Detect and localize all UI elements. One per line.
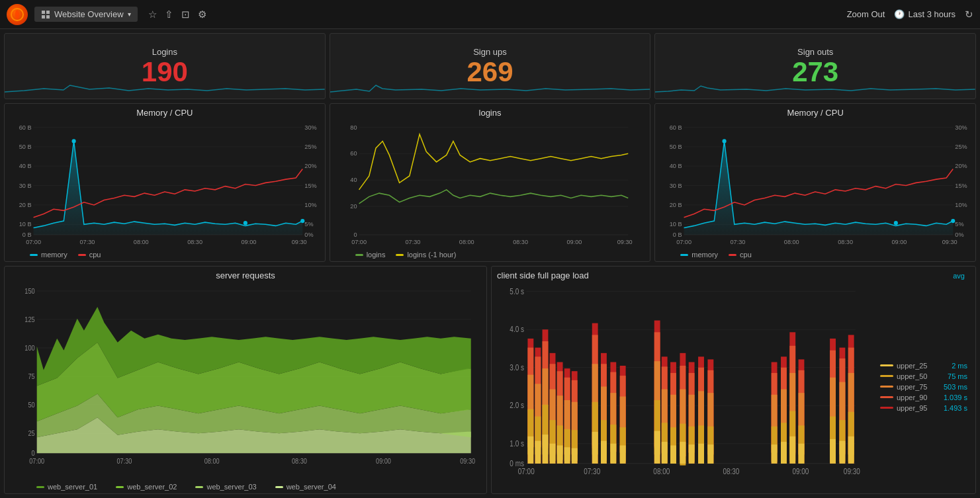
- memory-cpu-left-legend: memory cpu: [10, 249, 320, 259]
- server-requests-panel: server requests 150 125 100 75 50 25: [4, 266, 487, 494]
- u25-value: 2 ms: [952, 362, 967, 370]
- svg-text:20: 20: [350, 203, 357, 210]
- logins-title: Logins: [152, 47, 177, 57]
- refresh-icon[interactable]: ↻: [965, 9, 973, 21]
- chart-row2: Memory / CPU 60 B 50 B 40 B 30 B 20: [4, 103, 976, 262]
- ws04-dot: [275, 486, 283, 488]
- svg-text:40 B: 40 B: [670, 163, 682, 169]
- legend-ws03: web_server_03: [195, 483, 256, 491]
- svg-text:09:30: 09:30: [292, 239, 307, 245]
- memory-r-label: memory: [691, 251, 718, 259]
- client-legend: upper_25 2 ms upper_50 75 ms: [877, 282, 970, 491]
- ws03-label: web_server_03: [206, 483, 256, 491]
- cpu-legend-label: cpu: [89, 251, 101, 259]
- client-chart-area: 5.0 s 4.0 s 3.0 s 2.0 s 1.0 s 0 ms 07:00…: [497, 282, 877, 491]
- star-icon[interactable]: ☆: [148, 9, 157, 21]
- server-requests-chart: 150 125 100 75 50 25 0 07:00 07:30 08:00…: [10, 283, 481, 481]
- u95-value: 1.493 s: [944, 404, 967, 412]
- svg-rect-2: [46, 11, 50, 14]
- svg-text:0 B: 0 B: [22, 231, 32, 238]
- zoom-out-button[interactable]: Zoom Out: [847, 9, 885, 19]
- svg-rect-238: [840, 441, 846, 464]
- topbar: Website Overview ▾ ☆ ⇧ ⊡ ⚙ Zoom Out 🕐 La…: [0, 0, 980, 29]
- memory-cpu-right-legend: memory cpu: [660, 249, 970, 259]
- logins-chart-title: logins: [335, 108, 645, 118]
- topbar-icons: ☆ ⇧ ⊡ ⚙: [148, 9, 206, 21]
- u50-value: 75 ms: [948, 372, 967, 380]
- svg-rect-138: [550, 444, 556, 464]
- svg-rect-153: [572, 448, 578, 464]
- svg-rect-1: [42, 11, 45, 14]
- legend-upper75: upper_75 503 ms: [880, 383, 967, 391]
- svg-text:30 B: 30 B: [19, 183, 32, 189]
- memory-legend-dot: [30, 254, 38, 256]
- svg-text:09:30: 09:30: [617, 239, 632, 245]
- svg-text:50 B: 50 B: [19, 144, 32, 150]
- svg-text:07:30: 07:30: [116, 457, 132, 465]
- svg-text:0%: 0%: [956, 231, 964, 238]
- svg-rect-123: [527, 436, 533, 464]
- svg-text:09:00: 09:00: [241, 239, 256, 245]
- svg-rect-228: [799, 444, 805, 464]
- signups-value: 269: [467, 58, 513, 86]
- signouts-card: Sign outs 273: [654, 33, 976, 99]
- topbar-right: Zoom Out 🕐 Last 3 hours ↻: [847, 9, 973, 21]
- svg-text:20 B: 20 B: [19, 202, 32, 208]
- u25-dot: [880, 364, 893, 366]
- u95-dot: [880, 407, 893, 409]
- logins-card: Logins 190: [4, 33, 326, 99]
- share-icon[interactable]: ⇧: [165, 9, 173, 21]
- svg-text:07:30: 07:30: [405, 239, 420, 245]
- logins-chart-area: 80 60 40 20 0 07:00 07:30 08:00 08:30 09…: [335, 120, 645, 249]
- svg-text:07:30: 07:30: [584, 467, 600, 476]
- memory-cpu-right-panel: Memory / CPU 60 B 50 B 40 B 30 B 20 B 10…: [654, 103, 976, 262]
- svg-text:3.0 s: 3.0 s: [510, 363, 524, 372]
- legend-memory-r: memory: [680, 251, 718, 259]
- svg-rect-183: [662, 442, 668, 464]
- svg-rect-148: [564, 447, 570, 464]
- svg-text:100: 100: [24, 344, 35, 352]
- svg-text:0 B: 0 B: [673, 231, 682, 238]
- u50-dot: [880, 375, 893, 377]
- svg-text:60 B: 60 B: [670, 124, 682, 131]
- svg-text:09:00: 09:00: [566, 239, 582, 245]
- svg-text:20 B: 20 B: [670, 202, 682, 208]
- chevron-down-icon: ▾: [128, 11, 131, 18]
- memory-r-dot: [680, 254, 688, 256]
- logins-chart-panel: logins 80 60 40 20 0 07:00 07:30 08:00: [330, 103, 651, 262]
- u90-value: 1.039 s: [944, 394, 967, 401]
- svg-point-33: [244, 221, 247, 225]
- svg-point-78: [723, 139, 727, 143]
- svg-rect-198: [689, 444, 695, 464]
- svg-rect-203: [698, 444, 704, 464]
- svg-text:1.0 s: 1.0 s: [510, 439, 524, 448]
- ws01-dot: [36, 486, 44, 488]
- svg-text:80: 80: [350, 124, 357, 131]
- app-logo[interactable]: [7, 4, 28, 25]
- svg-text:60: 60: [350, 150, 357, 157]
- chart-row3: server requests 150 125 100 75 50 25: [4, 266, 976, 494]
- svg-text:10 B: 10 B: [670, 221, 682, 228]
- memory-cpu-right-title: Memory / CPU: [660, 108, 970, 118]
- save-icon[interactable]: ⊡: [181, 9, 190, 21]
- svg-rect-223: [789, 436, 795, 464]
- svg-rect-208: [707, 444, 713, 464]
- legend-upper95: upper_95 1.493 s: [880, 404, 967, 412]
- gear-icon[interactable]: ⚙: [198, 9, 206, 21]
- memory-cpu-left-chart: 60 B 50 B 40 B 30 B 20 B 10 B 0 B 30% 25…: [10, 120, 320, 249]
- legend-logins: logins: [355, 251, 386, 259]
- svg-text:08:30: 08:30: [838, 239, 853, 245]
- client-page-load-panel: client side full page load avg 5.0 s 4.0…: [491, 266, 976, 494]
- svg-point-80: [952, 219, 956, 223]
- server-requests-title: server requests: [10, 270, 481, 280]
- time-range[interactable]: 🕐 Last 3 hours: [894, 9, 956, 19]
- legend-cpu-r: cpu: [729, 251, 752, 259]
- svg-rect-233: [830, 439, 836, 464]
- svg-rect-3: [42, 15, 45, 19]
- legend-cpu: cpu: [78, 251, 101, 259]
- svg-text:07:30: 07:30: [731, 239, 746, 245]
- svg-rect-218: [781, 442, 787, 464]
- memory-cpu-left-panel: Memory / CPU 60 B 50 B 40 B 30 B 20: [4, 103, 326, 262]
- clock-icon: 🕐: [894, 9, 905, 19]
- dashboard-title-button[interactable]: Website Overview ▾: [34, 7, 138, 22]
